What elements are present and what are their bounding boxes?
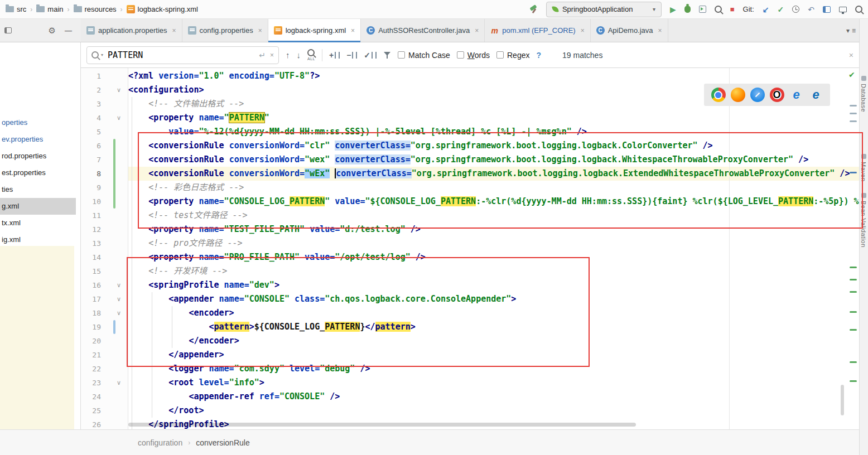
add-occurrence-icon[interactable]: + — [329, 51, 340, 60]
tab-logback-spring.xml[interactable]: logback-spring.xml× — [268, 19, 361, 42]
tool-window-button-database[interactable]: Database — [860, 84, 867, 112]
tool-window-stripe-icon[interactable] — [861, 154, 866, 159]
code-line[interactable]: </root> — [128, 404, 859, 418]
line-number[interactable]: 25 — [81, 404, 101, 418]
horizontal-scrollbar[interactable] — [128, 423, 636, 427]
code-line[interactable]: <encoder> — [128, 306, 859, 320]
editor-gutter[interactable]: 1234567891011121314151617181920212223242… — [81, 68, 128, 429]
fold-icon[interactable]: ∨ — [117, 306, 121, 320]
line-number[interactable]: 20 — [81, 334, 101, 348]
line-number[interactable]: 16 — [81, 278, 101, 292]
clear-search-icon[interactable]: × — [270, 51, 274, 59]
tree-item[interactable]: g.xml — [0, 198, 76, 215]
code-line[interactable]: <!-- pro文件路径 --> — [128, 236, 859, 250]
fold-icon[interactable]: ∨ — [117, 376, 121, 390]
profiler-icon[interactable] — [715, 6, 722, 13]
fold-icon[interactable]: ∨ — [117, 111, 121, 125]
scroll-mark[interactable] — [850, 380, 857, 382]
scroll-mark[interactable] — [850, 105, 857, 107]
rollback-icon[interactable]: ↶ — [808, 5, 814, 14]
close-search-icon[interactable]: × — [849, 51, 853, 60]
close-icon[interactable]: × — [475, 27, 479, 35]
tool-window-button-bean-validation[interactable]: Bean Validation — [860, 201, 867, 248]
tree-item[interactable]: tx.xml — [0, 215, 76, 231]
tool-window-stripe-icon[interactable] — [861, 193, 866, 198]
line-number[interactable]: 11 — [81, 209, 101, 222]
code-line[interactable]: <property name="PATTERN" — [128, 111, 859, 125]
prev-match-button[interactable]: ↑ — [286, 50, 290, 60]
scroll-mark[interactable] — [850, 311, 857, 313]
tree-item[interactable]: ev.properties — [0, 131, 76, 148]
tree-item[interactable]: est.properties — [0, 164, 76, 181]
fold-icon[interactable]: ∨ — [117, 292, 121, 306]
line-number[interactable]: 26 — [81, 418, 101, 429]
line-number[interactable]: 7 — [81, 153, 101, 167]
line-number[interactable]: 15 — [81, 264, 101, 278]
filter-icon[interactable] — [383, 51, 391, 59]
line-number[interactable]: 13 — [81, 236, 101, 250]
tab-ApiDemo.java[interactable]: CApiDemo.java× — [591, 19, 668, 42]
select-all-occurrences-icon[interactable]: ✓ — [364, 51, 377, 60]
debug-bug-icon[interactable] — [684, 6, 691, 13]
line-number[interactable]: 8 — [81, 167, 101, 181]
line-number[interactable]: 21 — [81, 348, 101, 362]
breadcrumb-item[interactable]: logback-spring.xml — [127, 5, 198, 13]
minimize-icon[interactable]: — — [65, 26, 72, 35]
line-number[interactable]: 12 — [81, 222, 101, 236]
coverage-icon[interactable] — [699, 6, 706, 13]
line-number[interactable]: 14 — [81, 250, 101, 264]
vertical-scrollbar[interactable] — [841, 385, 844, 415]
inspection-ok-icon[interactable]: ✔ — [848, 70, 855, 79]
git-commit-icon[interactable]: ✓ — [778, 5, 784, 14]
scroll-mark[interactable] — [850, 267, 857, 268]
match-case-checkbox[interactable]: Match Case — [398, 51, 450, 60]
code-line[interactable]: <appender-ref ref="CONSOLE" /> — [128, 390, 859, 404]
code-line[interactable]: <property name="CONSOLE_LOG_PATTERN" val… — [128, 195, 859, 209]
search-query-text[interactable]: PATTERN — [108, 50, 254, 60]
editor[interactable]: 1234567891011121314151617181920212223242… — [81, 68, 859, 429]
breadcrumb-item[interactable]: configuration — [138, 438, 182, 447]
breadcrumb-item[interactable]: conversionRule — [196, 438, 250, 447]
close-icon[interactable]: × — [658, 27, 662, 35]
line-number[interactable]: 17 — [81, 292, 101, 306]
search-everywhere-icon[interactable] — [855, 6, 862, 13]
code-line[interactable]: <property name="PRO_FILE_PATH" value="/o… — [128, 250, 859, 264]
scroll-mark[interactable] — [850, 120, 857, 122]
code-line[interactable]: <!-- 开发环境 --> — [128, 264, 859, 278]
search-input[interactable]: ▾ PATTERN ↵ × — [86, 46, 279, 64]
tab-config.properties[interactable]: config.properties× — [182, 19, 268, 42]
code-line[interactable]: <property name="TEST_FILE_PATH" value="d… — [128, 222, 859, 236]
tab-pom.xml (EFP_CORE)[interactable]: mpom.xml (EFP_CORE)× — [485, 19, 590, 42]
scroll-mark[interactable] — [850, 329, 857, 331]
line-number[interactable]: 5 — [81, 125, 101, 139]
code-line[interactable]: <appender name="CONSOLE" class="ch.qos.l… — [128, 292, 859, 306]
tool-window-stripe-icon[interactable] — [861, 76, 866, 81]
gear-icon[interactable]: ⚙ — [49, 26, 56, 36]
code-line[interactable]: value="%-12(%d{yyyy-MM-dd HH:mm:ss.SSS})… — [128, 125, 859, 139]
code-line[interactable]: <springProfile name="dev"> — [128, 278, 859, 292]
line-number[interactable]: 9 — [81, 181, 101, 195]
code-line[interactable]: <root level="info"> — [128, 376, 859, 390]
find-all-icon[interactable]: ALL — [307, 49, 315, 61]
regex-checkbox[interactable]: Regex — [496, 51, 529, 60]
line-number[interactable]: 23 — [81, 376, 101, 390]
code-line[interactable]: <!-- test文件路径 --> — [128, 209, 859, 222]
breadcrumb-item[interactable]: resources — [74, 5, 117, 13]
tool-window-button-maven[interactable]: Maven — [860, 162, 867, 182]
close-icon[interactable]: × — [351, 27, 355, 35]
line-number[interactable]: 10 — [81, 195, 101, 209]
code-line[interactable]: <!-- 彩色日志格式 --> — [128, 181, 859, 195]
history-clock-icon[interactable] — [792, 6, 799, 13]
next-match-button[interactable]: ↓ — [297, 50, 301, 60]
code-line[interactable]: <pattern>${CONSOLE_LOG_PATTERN}</pattern… — [128, 320, 859, 334]
scroll-mark[interactable] — [850, 291, 857, 293]
fold-icon[interactable]: ∨ — [117, 278, 121, 292]
words-checkbox[interactable]: Words — [457, 51, 490, 60]
close-icon[interactable]: × — [172, 27, 176, 35]
build-hammer-icon[interactable] — [529, 5, 538, 13]
code-line[interactable]: </appender> — [128, 348, 859, 362]
chevron-down-icon[interactable]: ▾ — [846, 27, 850, 35]
run-configuration-selector[interactable]: SpringbootApplication ▾ — [546, 2, 662, 17]
line-number[interactable]: 22 — [81, 362, 101, 376]
breadcrumb-item[interactable]: main — [36, 5, 63, 13]
